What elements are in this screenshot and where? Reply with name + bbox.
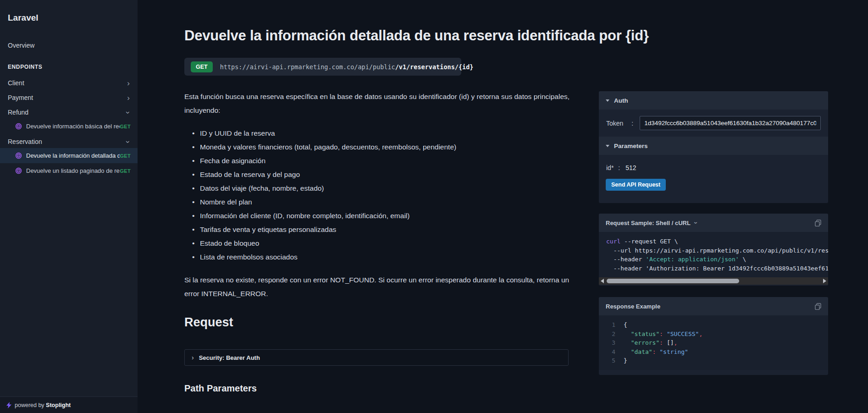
security-label: Security: Bearer Auth	[199, 354, 260, 361]
method-get-label: GET	[120, 168, 131, 174]
token-label: Token	[606, 120, 623, 127]
request-sample-box: Request Sample: Shell / cURL › curl --re…	[599, 214, 828, 286]
token-row: Token :	[599, 110, 828, 137]
security-panel[interactable]: › Security: Bearer Auth	[184, 349, 569, 366]
sidebar-item-label: Payment	[8, 94, 127, 101]
sidebar-item-client[interactable]: Client ›	[0, 77, 138, 89]
error-note-text: Si la reserva no existe, responde con un…	[184, 273, 572, 301]
feature-item: Información del cliente (ID, nombre comp…	[192, 209, 568, 223]
chevron-down-icon: ›	[125, 111, 133, 114]
scroll-right-arrow-icon[interactable]	[823, 279, 826, 283]
response-example-header: Response Example	[599, 297, 828, 315]
auth-section-header[interactable]: Auth	[599, 91, 828, 110]
app-root: Laravel Overview ENDPOINTS Client › Paym…	[0, 0, 868, 413]
description-text: Esta función busca una reserva específic…	[184, 90, 572, 117]
endpoint-url-bar: GET https://airvi-api.rpmarketing.com.co…	[184, 58, 461, 76]
chevron-right-icon: ›	[127, 79, 130, 87]
operation-bullseye-icon	[15, 152, 22, 159]
parameters-section-header[interactable]: Parameters	[599, 137, 828, 155]
sidebar: Laravel Overview ENDPOINTS Client › Paym…	[0, 0, 138, 413]
curl-code-block: curl --request GET \ --url https://airvi…	[599, 232, 828, 277]
chevron-down-icon: ›	[693, 222, 699, 224]
sidebar-item-reservation-list[interactable]: Devuelve un listado paginado de rese... …	[0, 163, 138, 178]
chevron-right-icon: ›	[192, 354, 194, 361]
feature-list: ID y UUID de la reservaMoneda y valores …	[192, 127, 568, 264]
sidebar-item-label: Overview	[8, 42, 130, 49]
sidebar-item-label: Client	[8, 79, 127, 87]
sidebar-section-endpoints: ENDPOINTS	[8, 64, 42, 70]
main-content: Devuelve la información detallada de una…	[138, 0, 868, 413]
scrollbar-thumb[interactable]	[607, 279, 739, 283]
send-api-request-button[interactable]: Send API Request	[606, 179, 666, 191]
code-line: 3 "errors": [],	[606, 338, 828, 347]
sidebar-item-label: Devuelve información básica del ree...	[26, 123, 120, 130]
path-parameters-heading: Path Parameters	[184, 383, 257, 394]
sidebar-item-payment[interactable]: Payment ›	[0, 92, 138, 104]
caret-down-icon	[606, 99, 609, 102]
token-input[interactable]	[640, 116, 821, 130]
copy-icon[interactable]	[815, 303, 821, 310]
scroll-left-arrow-icon[interactable]	[601, 279, 604, 283]
code-line: 1{	[606, 320, 828, 330]
param-value[interactable]: 512	[625, 164, 636, 171]
sidebar-item-reservation[interactable]: Reservation ›	[0, 136, 138, 148]
operation-bullseye-icon	[15, 167, 22, 174]
copy-icon[interactable]	[815, 220, 821, 226]
endpoint-url: https://airvi-api.rpmarketing.com.co/api…	[220, 63, 474, 71]
sidebar-footer[interactable]: powered by Stoplight	[0, 396, 138, 413]
chevron-down-icon: ›	[125, 140, 133, 143]
feature-item: Tarifas de venta y etiquetas personaliza…	[192, 223, 568, 237]
scrollbar-track[interactable]	[607, 279, 820, 283]
request-sample-header[interactable]: Request Sample: Shell / cURL ›	[599, 214, 828, 232]
sidebar-item-label: Devuelve un listado paginado de rese...	[26, 167, 120, 174]
feature-item: Fecha de asignación	[192, 154, 568, 168]
code-line: --header 'Accept: application/json' \	[606, 255, 828, 264]
method-get-label: GET	[120, 124, 131, 129]
sidebar-item-refund[interactable]: Refund ›	[0, 106, 138, 118]
code-line: curl --request GET \	[606, 237, 828, 246]
feature-item: Estado de bloqueo	[192, 237, 568, 250]
sidebar-item-reservation-detail[interactable]: Devuelve la información detallada de ...…	[0, 148, 138, 163]
code-line: 2 "status": "SUCCESS",	[606, 330, 828, 339]
sidebar-item-label: Reservation	[8, 138, 127, 145]
page-title: Devuelve la información detallada de una…	[184, 28, 725, 44]
feature-item: Estado de la reserva y del pago	[192, 168, 568, 182]
feature-item: Moneda y valores financieros (total, pag…	[192, 140, 568, 154]
caret-down-icon	[606, 145, 609, 147]
param-row-id: id* : 512	[599, 155, 828, 171]
operation-bullseye-icon	[15, 123, 22, 130]
response-example-box: Response Example 1{2 "status": "SUCCESS"…	[599, 297, 828, 375]
feature-item: Lista de reembolsos asociados	[192, 250, 568, 264]
code-line: --header 'Authorization: Bearer 1d3492fc…	[606, 264, 828, 273]
feature-item: Nombre del plan	[192, 195, 568, 209]
try-it-box: Auth Token : Parameters id* : 512 Send A…	[599, 91, 828, 203]
response-code-block: 1{2 "status": "SUCCESS",3 "errors": [],4…	[599, 315, 828, 370]
code-line: 5}	[606, 356, 828, 365]
sidebar-item-label: Devuelve la información detallada de ...	[26, 152, 120, 159]
code-line: 4 "data": "string"	[606, 347, 828, 357]
sidebar-item-overview[interactable]: Overview	[0, 39, 138, 51]
powered-by-text: powered by Stoplight	[15, 402, 71, 408]
feature-item: Datos del viaje (fecha, nombre, estado)	[192, 182, 568, 195]
chevron-right-icon: ›	[127, 94, 130, 102]
horizontal-scrollbar[interactable]	[599, 277, 828, 285]
request-heading: Request	[184, 315, 233, 330]
lightning-bolt-icon	[6, 402, 11, 408]
feature-item: ID y UUID de la reserva	[192, 127, 568, 140]
method-badge: GET	[191, 61, 213, 72]
sidebar-item-label: Refund	[8, 109, 127, 116]
method-get-label: GET	[120, 153, 131, 159]
api-title: Laravel	[8, 13, 39, 23]
sidebar-item-refund-basic[interactable]: Devuelve información básica del ree... G…	[0, 119, 138, 134]
code-line: --url https://airvi-api.rpmarketing.com.…	[606, 246, 828, 255]
param-name: id*	[606, 164, 614, 171]
